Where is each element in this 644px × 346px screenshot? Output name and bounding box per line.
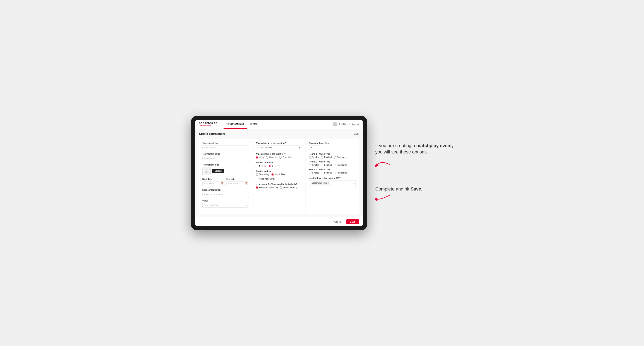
save-button[interactable]: Save [346,219,359,224]
division-select[interactable]: NCAA Division I [256,145,302,150]
cancel-button[interactable]: Cancel [332,219,344,224]
end-date-group: End date 📅 [226,178,249,186]
nav-right: Test User | Sign out [333,122,359,127]
round3-match-section: Round 3 - Match Type Singles Fourball Fo… [309,169,356,174]
teams-individuals[interactable]: Individuals Only [280,186,298,189]
third-party-tag: Leaderboard King ✕ [311,181,330,184]
round1-match-section: Round 1 - Match Type Singles Fourball Fo… [309,153,356,159]
host-input[interactable] [202,145,249,150]
gender-combined[interactable]: Combined [279,156,292,159]
gender-radio-group: Mens Womens Combined [256,156,302,159]
scoring-group: Scoring system Stroke Play Match Play Me… [256,170,302,180]
dropdown-icon: ▾ [246,203,248,207]
round3-label: Round 3 - Match Type [309,169,356,171]
division-label: Which division is the event for? [256,142,302,144]
gender-womens[interactable]: Womens [266,156,277,159]
round2-radio-group: Singles Fourball Foursomes [309,164,356,166]
r2-foursomes[interactable]: Foursomes [334,164,347,166]
nav-links: TOURNAMENTS TEAMS [224,120,260,129]
name-input[interactable] [202,156,249,161]
round1-radio-group: Singles Fourball Foursomes [309,156,356,159]
avatar [333,122,337,127]
r2-singles[interactable]: Singles [309,164,319,166]
teams-radio-group: Teams (+Individuals) Individuals Only [256,186,302,189]
page-header: Create Tournament ← Back [199,132,359,136]
gender-label: Which gender is the event for? [256,153,302,155]
teams-label: Is this event for Teams and/or Individua… [256,183,302,185]
r1-fourball[interactable]: Fourball [321,156,332,159]
round-2[interactable]: 2 [262,165,266,167]
sponsor-label: Sponsor (optional) [202,189,249,191]
page-title: Create Tournament [199,132,225,136]
teams-group: Is this event for Teams and/or Individua… [256,183,302,189]
main-content: Create Tournament ← Back Tournament Host… [195,129,363,217]
teams-both[interactable]: Teams (+Individuals) [256,186,278,189]
host-group: Tournament Host [202,142,249,150]
arrow-right-1-icon [376,159,392,170]
venue-input[interactable] [202,203,249,208]
calendar-icon: 📅 [221,182,224,185]
sponsor-group: Sponsor (optional) [202,189,249,197]
back-link[interactable]: ← Back [351,133,359,135]
form-col-1: Tournament Host Tournament name Tourname… [199,139,252,214]
round3-radio-group: Singles Fourball Foursomes [309,172,356,174]
r3-foursomes[interactable]: Foursomes [334,172,347,174]
r1-singles[interactable]: Singles [309,156,319,159]
brand-subtitle: Powered by clippit [199,124,218,126]
form-col-2: Which division is the event for? NCAA Di… [252,139,306,214]
r3-fourball[interactable]: Fourball [321,172,332,174]
round1-label: Round 1 - Match Type [309,153,356,155]
rounds-label: Number of rounds [256,162,302,164]
select-expand-icon: ▾ [353,182,354,184]
svg-point-1 [206,170,206,171]
gender-mens[interactable]: Mens [256,156,264,159]
round-3[interactable]: 3 [268,165,273,167]
tag-remove-icon[interactable]: ✕ [328,182,329,184]
form-footer: Cancel Save [195,217,363,226]
brand-logo: SCOREBOARD Powered by clippit [199,122,218,126]
venue-label: Venue [202,200,249,202]
round-1[interactable]: 1 [256,165,260,167]
division-group: Which division is the event for? NCAA Di… [256,142,302,150]
round2-match-section: Round 2 - Match Type Singles Fourball Fo… [309,161,356,166]
max-team-size-input[interactable] [309,145,321,150]
annotations: If you are creating a matchplay event, y… [376,143,453,203]
r1-foursomes[interactable]: Foursomes [334,156,347,159]
arrow-2-container [376,193,453,203]
brand-title: SCOREBOARD [199,122,218,124]
round-4[interactable]: 4 [275,165,280,167]
rounds-radio-group: 1 2 3 4 [256,165,302,167]
gender-group: Which gender is the event for? Mens Wome… [256,153,302,159]
scoring-stroke[interactable]: Stroke Play [256,173,270,176]
form-col-3: Maximum Team Size Round 1 - Match Type S… [306,139,359,214]
signout-link[interactable]: Sign out [352,123,359,125]
nav-teams[interactable]: TEAMS [247,120,260,129]
venue-group: Venue ▾ [202,200,249,208]
name-group: Tournament name [202,153,249,161]
date-row: Start date 📅 End date [202,178,249,186]
calendar-icon-end: 📅 [245,182,248,185]
name-label: Tournament name [202,153,249,155]
start-date-group: Start date 📅 [202,178,225,186]
logo-placeholder [202,167,211,175]
nav-tournaments[interactable]: TOURNAMENTS [224,120,247,129]
tablet-screen: SCOREBOARD Powered by clippit TOURNAMENT… [195,120,363,226]
arrow-1-container [376,159,453,170]
scoring-medal[interactable]: Medal Match Play [256,178,275,180]
scoring-match[interactable]: Match Play [272,173,285,176]
arrow-right-2-icon [376,193,392,203]
end-date-label: End date [226,178,249,180]
third-party-select[interactable]: Leaderboard King ✕ ▾ [309,180,356,186]
dates-group: Start date 📅 End date [202,178,249,186]
upload-button[interactable]: Upload [212,169,224,173]
logo-label: Tournament logo [202,164,249,166]
max-team-size-group: Maximum Team Size [309,142,356,150]
r2-fourball[interactable]: Fourball [321,164,332,166]
host-label: Tournament Host [202,142,249,144]
r3-singles[interactable]: Singles [309,172,319,174]
scoring-radio-group: Stroke Play Match Play Medal Match Play [256,173,302,180]
annotation-top: If you are creating a matchplay event, y… [376,143,453,155]
navbar: SCOREBOARD Powered by clippit TOURNAMENT… [195,120,363,129]
sponsor-input[interactable] [202,192,249,197]
logo-group: Tournament logo Upload [202,164,249,175]
